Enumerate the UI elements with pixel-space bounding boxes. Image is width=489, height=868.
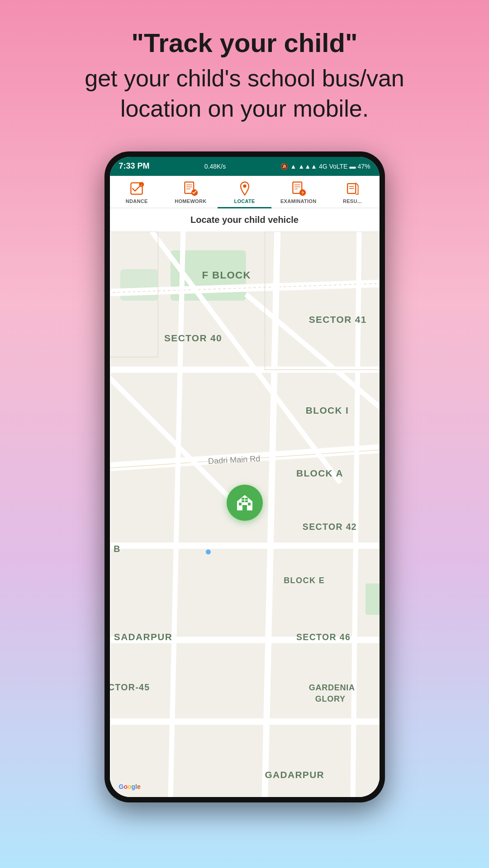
examination-icon: ? <box>290 180 307 197</box>
svg-rect-59 <box>243 505 247 510</box>
header-title: "Track your child" <box>85 27 404 59</box>
google-watermark: Google <box>119 783 141 790</box>
svg-rect-20 <box>120 269 157 301</box>
battery-percent: 47% <box>357 163 370 170</box>
tab-homework-label: HOMEWORK <box>175 198 206 204</box>
location-marker <box>227 485 263 521</box>
svg-text:BLOCK E: BLOCK E <box>284 576 325 585</box>
signal-icon: ▲▲▲ <box>298 163 317 170</box>
map-container[interactable]: F BLOCK SECTOR 41 SECTOR 40 Dadri Main R… <box>110 231 380 797</box>
svg-text:✓: ✓ <box>140 183 143 187</box>
svg-text:SECTOR 40: SECTOR 40 <box>164 333 222 343</box>
page-title: Locate your child vehicle <box>110 208 380 231</box>
wifi-icon: ▲ <box>290 163 296 170</box>
svg-text:SADARPUR: SADARPUR <box>114 631 172 642</box>
battery-indicator: ▬ <box>349 163 356 170</box>
svg-text:GARDENIA: GARDENIA <box>309 683 355 692</box>
tab-attendance[interactable]: ✓ NDANCE <box>110 176 164 208</box>
header-subtitle: get your child's school bus/van location… <box>85 63 404 124</box>
tab-homework[interactable]: HOMEWORK <box>164 176 218 208</box>
attendance-icon: ✓ <box>128 180 145 197</box>
phone-mockup: 7:33 PM 0.48K/s 🔕 ▲ ▲▲▲ 4G VoLTE ▬ 47% <box>104 151 385 802</box>
result-icon <box>344 180 361 197</box>
svg-rect-60 <box>239 503 242 505</box>
tab-attendance-label: NDANCE <box>126 198 148 204</box>
svg-text:BLOCK I: BLOCK I <box>305 405 348 415</box>
tab-bar: ✓ NDANCE HOME <box>110 176 380 208</box>
svg-text:GADARPUR: GADARPUR <box>265 769 324 780</box>
tab-result[interactable]: RESU... <box>325 176 379 208</box>
status-bar: 7:33 PM 0.48K/s 🔕 ▲ ▲▲▲ 4G VoLTE ▬ 47% <box>110 157 380 176</box>
school-marker-icon <box>233 491 256 514</box>
svg-point-8 <box>243 184 246 188</box>
tab-locate[interactable]: LOCATE <box>218 176 271 208</box>
svg-text:SECTOR-45: SECTOR-45 <box>110 682 150 692</box>
svg-rect-61 <box>248 503 251 505</box>
svg-text:BLOCK A: BLOCK A <box>296 468 343 478</box>
status-right: 🔕 ▲ ▲▲▲ 4G VoLTE ▬ 47% <box>280 163 370 170</box>
svg-text:?: ? <box>301 190 304 195</box>
phone-screen-container: 7:33 PM 0.48K/s 🔕 ▲ ▲▲▲ 4G VoLTE ▬ 47% <box>110 157 380 797</box>
status-time: 7:33 PM <box>119 161 150 171</box>
status-speed: 0.48K/s <box>204 163 226 170</box>
tab-result-label: RESU... <box>343 198 362 204</box>
svg-text:SECTOR 42: SECTOR 42 <box>302 522 356 532</box>
network-type: 4G VoLTE <box>319 163 348 170</box>
svg-rect-22 <box>365 583 379 615</box>
homework-icon <box>182 180 199 197</box>
phone-frame: 7:33 PM 0.48K/s 🔕 ▲ ▲▲▲ 4G VoLTE ▬ 47% <box>104 151 385 802</box>
svg-text:GLORY: GLORY <box>315 694 345 703</box>
phone-screen: 7:33 PM 0.48K/s 🔕 ▲ ▲▲▲ 4G VoLTE ▬ 47% <box>110 157 380 797</box>
svg-text:BLOCK B: BLOCK B <box>110 544 121 554</box>
svg-text:SECTOR 41: SECTOR 41 <box>309 314 366 324</box>
svg-text:SECTOR 46: SECTOR 46 <box>296 632 350 642</box>
svg-point-57 <box>205 549 210 554</box>
mute-icon: 🔕 <box>280 163 288 170</box>
svg-text:F BLOCK: F BLOCK <box>202 269 251 281</box>
tab-examination-label: EXAMINATION <box>280 198 316 204</box>
tab-examination[interactable]: ? EXAMINATION <box>271 176 325 208</box>
locate-icon <box>237 180 253 197</box>
tab-locate-label: LOCATE <box>234 198 255 204</box>
header-section: "Track your child" get your child's scho… <box>48 0 441 142</box>
